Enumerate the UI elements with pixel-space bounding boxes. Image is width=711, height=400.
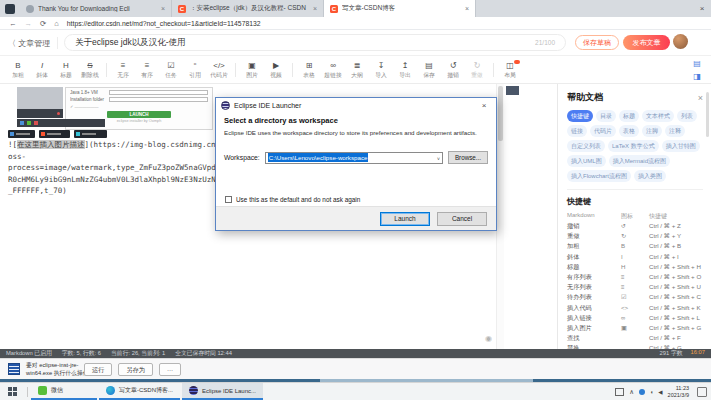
help-tags: 快捷键目录标题文本样式列表链接代码片表格注脚注释自定义列表LaTeX 数学公式插… [567, 110, 704, 182]
toolbar-图片[interactable]: ▣图片 [240, 60, 264, 80]
help-tag-插入甘特图[interactable]: 插入甘特图 [662, 140, 700, 152]
toolbar-删除线[interactable]: S删除线 [78, 60, 102, 80]
help-tag-快捷键[interactable]: 快捷键 [567, 110, 593, 122]
selected-alt-text: 在这里插入图片描述 [17, 140, 85, 149]
eclipse-launcher-dialog: Eclipse IDE Launcher × Select a director… [215, 97, 497, 231]
shortcut-name: 斜体 [567, 252, 621, 262]
url-text[interactable]: https://editor.csdn.net/md?not_checkout=… [67, 20, 261, 27]
scrollbar-thumb[interactable] [498, 86, 503, 141]
taskbar-item-label: 微信 [51, 386, 63, 395]
toolbar-代码片[interactable]: </>代码片 [207, 60, 231, 80]
installer-label2: Installation folder [70, 97, 106, 102]
toolbar-label: 超链接 [321, 71, 345, 80]
help-tag-标题[interactable]: 标题 [619, 110, 639, 122]
help-tag-插入Flowchart流程图[interactable]: 插入Flowchart流程图 [567, 170, 631, 182]
editor-scrollbar[interactable] [496, 84, 504, 349]
refresh-icon[interactable]: ⟳ [40, 19, 46, 28]
browser-tab-2[interactable]: C：安装eclipse（jdk）及汉化教程- CSDN× [172, 0, 324, 17]
help-tag-插入Mermaid流程图[interactable]: 插入Mermaid流程图 [609, 155, 670, 167]
taskbar-separator [27, 387, 28, 397]
help-tag-链接[interactable]: 链接 [567, 125, 587, 137]
toolbar-布局[interactable]: ◫布局 [498, 60, 522, 80]
toolbar-label: 视频 [264, 71, 288, 80]
help-tag-文本样式[interactable]: 文本样式 [642, 110, 674, 122]
help-tag-注脚[interactable]: 注脚 [642, 125, 662, 137]
csdn-favicon-icon: C [178, 5, 186, 13]
eclipse-icon [221, 101, 230, 110]
help-tag-插入类图[interactable]: 插入类图 [634, 170, 666, 182]
shortcut-icon: ↻ [621, 231, 649, 241]
toolbar-表格[interactable]: ⊞表格 [297, 60, 321, 80]
help-tag-代码片[interactable]: 代码片 [590, 125, 616, 137]
start-button[interactable] [0, 383, 24, 400]
tab-close-icon[interactable]: × [465, 5, 469, 12]
taskbar-item-edge[interactable]: 写文章-CSDN博客... [99, 383, 180, 400]
back-icon[interactable]: ← [9, 19, 17, 28]
toolbar-导出[interactable]: ↥导出 [393, 60, 417, 80]
taskbar-item-eclipse[interactable]: Eclipse IDE Launc... [182, 383, 263, 400]
dialog-titlebar[interactable]: Eclipse IDE Launcher × [216, 98, 496, 113]
chevron-down-icon[interactable]: ˅ [437, 156, 440, 162]
tab-close-icon[interactable]: × [313, 5, 317, 12]
download-button-另存为[interactable]: 另存为 [118, 363, 153, 376]
help-tag-LaTeX 数学公式[interactable]: LaTeX 数学公式 [608, 140, 659, 152]
help-tag-列表[interactable]: 列表 [677, 110, 697, 122]
dialog-close-icon[interactable]: × [477, 101, 491, 110]
launch-button[interactable]: Launch [380, 212, 430, 226]
default-checkbox-row[interactable]: Use this as the default and do not ask a… [225, 196, 360, 203]
toolbar-引用[interactable]: “引用 [183, 60, 207, 80]
tray-app-icon[interactable] [639, 389, 645, 395]
browser-tab-1[interactable]: Thank You for Downloading Ecli× [20, 0, 172, 17]
back-to-articles-link[interactable]: 〈 文章管理 [8, 38, 50, 49]
window-close-icon[interactable]: × [693, 0, 711, 17]
toolbar-加粗[interactable]: B加粗 [6, 60, 30, 80]
toc-toggle-icon[interactable]: ▤ [690, 58, 704, 69]
workspace-combobox[interactable]: C:\Users\Lenovo\eclipse-workspace ˅ [265, 152, 443, 164]
toolbar-视频[interactable]: ▶视频 [264, 60, 288, 80]
save-draft-button[interactable]: 保存草稿 [575, 35, 619, 50]
shortcut-row: 插入图片▣Ctrl / ⌘ + Shift + G [567, 323, 703, 333]
toolbar-标题[interactable]: H标题 [54, 60, 78, 80]
help-tag-自定义列表[interactable]: 自定义列表 [567, 140, 605, 152]
forward-icon[interactable]: → [25, 19, 33, 28]
toolbar-导入[interactable]: ↧导入 [369, 60, 393, 80]
network-icon[interactable]: ◖ [650, 389, 653, 395]
toolbar-撤销[interactable]: ↺撤销 [441, 60, 465, 80]
toolbar-保存[interactable]: ▤保存 [417, 60, 441, 80]
toolbar-有序[interactable]: ≡有序 [135, 60, 159, 80]
scroll-top-icon[interactable]: ◉ [485, 334, 492, 343]
volume-icon[interactable]: ◀ [658, 389, 662, 395]
help-tag-目录[interactable]: 目录 [596, 110, 616, 122]
taskbar-item-wechat[interactable]: 微信 [31, 383, 97, 400]
cancel-button[interactable]: Cancel [437, 212, 487, 226]
help-panel-scrollbar[interactable] [706, 92, 709, 137]
help-tag-插入UML图[interactable]: 插入UML图 [567, 155, 606, 167]
touch-keyboard-icon[interactable] [615, 388, 624, 396]
workspace-label: Workspace: [224, 154, 260, 161]
action-center-icon[interactable] [697, 387, 707, 397]
tray-chevron-icon[interactable]: ∧ [629, 388, 634, 396]
tab-close-icon[interactable]: × [161, 5, 165, 12]
publish-button[interactable]: 发布文章 [623, 35, 670, 50]
download-button-···[interactable]: ··· [159, 363, 181, 376]
screenshot-tab-chips [8, 130, 107, 138]
help-tag-注释[interactable]: 注释 [665, 125, 685, 137]
toolbar-任务[interactable]: ☑任务 [159, 60, 183, 80]
download-button-运行[interactable]: 运行 [84, 363, 112, 376]
tab-list-button[interactable] [0, 0, 20, 17]
preview-toggle-icon[interactable]: ◨ [690, 71, 704, 82]
toolbar-超链接[interactable]: ∞超链接 [321, 60, 345, 80]
help-tag-表格[interactable]: 表格 [619, 125, 639, 137]
toolbar-斜体[interactable]: I斜体 [30, 60, 54, 80]
browse-button[interactable]: Browse... [448, 151, 488, 164]
taskbar-clock[interactable]: 11:23 2021/3/9 [668, 385, 689, 398]
checkbox[interactable] [225, 196, 232, 203]
help-close-icon[interactable]: × [698, 93, 703, 103]
toolbar-重做[interactable]: ↻重做 [465, 60, 489, 80]
toolbar-大纲[interactable]: ≣大纲 [345, 60, 369, 80]
editor-status-bar: Markdown 已启用字数: 5, 行数: 6当前行: 26, 当前列: 1全… [0, 349, 711, 358]
browser-tab-3[interactable]: C写文章-CSDN博客× [324, 0, 476, 17]
article-title-input[interactable]: 关于eclipse jdk以及汉化-使用 21/100 [64, 34, 566, 51]
toolbar-无序[interactable]: ≡无序 [111, 60, 135, 80]
avatar[interactable] [673, 34, 688, 49]
